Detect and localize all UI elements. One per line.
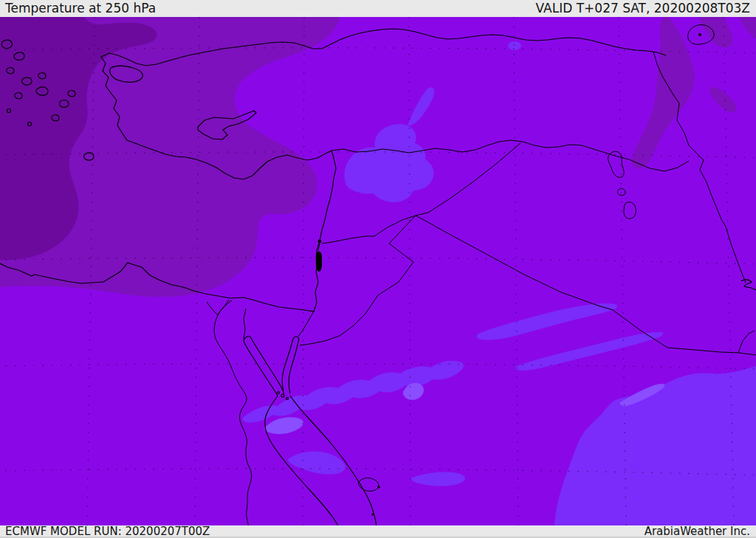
weather-map-page: Temperature at 250 hPa VALID T+027 SAT, … bbox=[0, 0, 756, 538]
footer-bar: ECMWF MODEL RUN: 20200207T00Z ArabiaWeat… bbox=[0, 525, 756, 538]
model-run-label: ECMWF MODEL RUN: 20200207T00Z bbox=[5, 525, 210, 537]
map-title: Temperature at 250 hPa bbox=[5, 1, 156, 16]
valid-time-label: VALID T+027 SAT, 20200208T03Z bbox=[536, 1, 750, 16]
weather-map bbox=[0, 0, 756, 538]
credit-label: ArabiaWeather Inc. bbox=[645, 525, 750, 537]
temperature-field bbox=[0, 15, 756, 528]
header-bar: Temperature at 250 hPa VALID T+027 SAT, … bbox=[0, 0, 756, 17]
